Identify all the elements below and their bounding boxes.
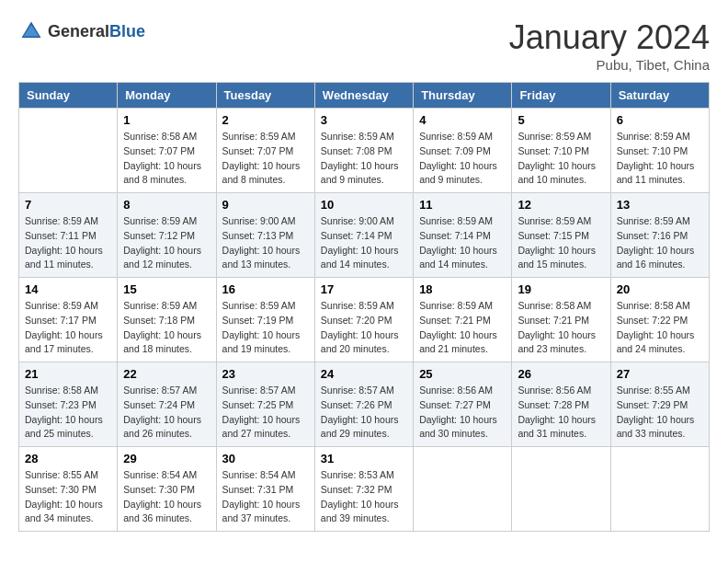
day-number: 19 <box>518 282 604 296</box>
day-number: 20 <box>617 282 703 296</box>
calendar-cell: 6Sunrise: 8:59 AM Sunset: 7:10 PM Daylig… <box>610 109 709 193</box>
day-number: 1 <box>123 113 210 127</box>
day-number: 10 <box>321 198 407 212</box>
day-number: 17 <box>321 282 407 296</box>
calendar-cell: 28Sunrise: 8:55 AM Sunset: 7:30 PM Dayli… <box>19 447 118 532</box>
calendar-table: SundayMondayTuesdayWednesdayThursdayFrid… <box>18 82 710 532</box>
calendar-week-4: 21Sunrise: 8:58 AM Sunset: 7:23 PM Dayli… <box>19 362 710 447</box>
day-info: Sunrise: 8:59 AM Sunset: 7:17 PM Dayligh… <box>25 299 111 357</box>
day-number: 8 <box>123 198 210 212</box>
calendar-cell: 14Sunrise: 8:59 AM Sunset: 7:17 PM Dayli… <box>19 278 118 362</box>
day-info: Sunrise: 8:57 AM Sunset: 7:26 PM Dayligh… <box>321 384 407 442</box>
day-number: 14 <box>25 282 111 296</box>
day-number: 18 <box>419 282 506 296</box>
day-info: Sunrise: 8:59 AM Sunset: 7:14 PM Dayligh… <box>419 214 506 272</box>
day-info: Sunrise: 9:00 AM Sunset: 7:14 PM Dayligh… <box>321 214 407 272</box>
weekday-header-thursday: Thursday <box>414 83 512 109</box>
day-info: Sunrise: 8:54 AM Sunset: 7:31 PM Dayligh… <box>222 468 309 526</box>
day-info: Sunrise: 8:59 AM Sunset: 7:10 PM Dayligh… <box>518 130 604 188</box>
day-number: 3 <box>321 113 407 127</box>
logo: GeneralBlue <box>18 18 145 44</box>
calendar-cell: 9Sunrise: 9:00 AM Sunset: 7:13 PM Daylig… <box>216 193 314 278</box>
day-info: Sunrise: 8:54 AM Sunset: 7:30 PM Dayligh… <box>123 468 210 526</box>
day-number: 28 <box>25 452 111 465</box>
calendar-week-2: 7Sunrise: 8:59 AM Sunset: 7:11 PM Daylig… <box>19 193 710 278</box>
calendar-cell: 4Sunrise: 8:59 AM Sunset: 7:09 PM Daylig… <box>414 109 512 193</box>
day-info: Sunrise: 8:55 AM Sunset: 7:29 PM Dayligh… <box>617 384 703 442</box>
day-info: Sunrise: 8:59 AM Sunset: 7:07 PM Dayligh… <box>222 130 309 188</box>
day-number: 11 <box>419 198 506 212</box>
day-info: Sunrise: 8:58 AM Sunset: 7:23 PM Dayligh… <box>25 384 111 442</box>
day-number: 23 <box>222 367 309 381</box>
day-number: 9 <box>222 198 309 212</box>
calendar-cell: 3Sunrise: 8:59 AM Sunset: 7:08 PM Daylig… <box>314 109 413 193</box>
calendar-cell: 1Sunrise: 8:58 AM Sunset: 7:07 PM Daylig… <box>118 109 216 193</box>
day-number: 25 <box>419 367 506 381</box>
day-number: 12 <box>518 198 604 212</box>
calendar-cell: 21Sunrise: 8:58 AM Sunset: 7:23 PM Dayli… <box>19 362 118 447</box>
weekday-header-monday: Monday <box>118 83 216 109</box>
calendar-cell: 19Sunrise: 8:58 AM Sunset: 7:21 PM Dayli… <box>512 278 610 362</box>
calendar-cell <box>414 447 512 532</box>
calendar-cell <box>19 109 118 193</box>
calendar-cell: 16Sunrise: 8:59 AM Sunset: 7:19 PM Dayli… <box>216 278 314 362</box>
calendar-cell <box>610 447 709 532</box>
day-number: 13 <box>617 198 703 212</box>
calendar-cell: 27Sunrise: 8:55 AM Sunset: 7:29 PM Dayli… <box>610 362 709 447</box>
day-info: Sunrise: 8:57 AM Sunset: 7:24 PM Dayligh… <box>123 384 210 442</box>
day-info: Sunrise: 8:59 AM Sunset: 7:18 PM Dayligh… <box>123 299 210 357</box>
day-number: 6 <box>617 113 703 127</box>
day-info: Sunrise: 8:59 AM Sunset: 7:15 PM Dayligh… <box>518 214 604 272</box>
calendar-week-5: 28Sunrise: 8:55 AM Sunset: 7:30 PM Dayli… <box>19 447 710 532</box>
day-number: 5 <box>518 113 604 127</box>
calendar-cell <box>512 447 610 532</box>
calendar-cell: 22Sunrise: 8:57 AM Sunset: 7:24 PM Dayli… <box>118 362 216 447</box>
day-info: Sunrise: 8:59 AM Sunset: 7:10 PM Dayligh… <box>617 130 703 188</box>
day-info: Sunrise: 8:56 AM Sunset: 7:28 PM Dayligh… <box>518 384 604 442</box>
title-block: January 2024 Pubu, Tibet, China <box>509 18 710 73</box>
calendar-cell: 30Sunrise: 8:54 AM Sunset: 7:31 PM Dayli… <box>216 447 314 532</box>
day-number: 21 <box>25 367 111 381</box>
weekday-header-wednesday: Wednesday <box>314 83 413 109</box>
calendar-cell: 20Sunrise: 8:58 AM Sunset: 7:22 PM Dayli… <box>610 278 709 362</box>
day-info: Sunrise: 8:58 AM Sunset: 7:22 PM Dayligh… <box>617 299 703 357</box>
day-info: Sunrise: 8:59 AM Sunset: 7:08 PM Dayligh… <box>321 130 407 188</box>
calendar-cell: 8Sunrise: 8:59 AM Sunset: 7:12 PM Daylig… <box>118 193 216 278</box>
day-number: 7 <box>25 198 111 212</box>
day-info: Sunrise: 8:55 AM Sunset: 7:30 PM Dayligh… <box>25 468 111 526</box>
calendar-week-3: 14Sunrise: 8:59 AM Sunset: 7:17 PM Dayli… <box>19 278 710 362</box>
day-info: Sunrise: 8:59 AM Sunset: 7:19 PM Dayligh… <box>222 299 309 357</box>
calendar-cell: 18Sunrise: 8:59 AM Sunset: 7:21 PM Dayli… <box>414 278 512 362</box>
calendar-cell: 29Sunrise: 8:54 AM Sunset: 7:30 PM Dayli… <box>118 447 216 532</box>
day-info: Sunrise: 8:56 AM Sunset: 7:27 PM Dayligh… <box>419 384 506 442</box>
day-number: 16 <box>222 282 309 296</box>
calendar-cell: 31Sunrise: 8:53 AM Sunset: 7:32 PM Dayli… <box>314 447 413 532</box>
day-info: Sunrise: 8:59 AM Sunset: 7:12 PM Dayligh… <box>123 214 210 272</box>
calendar-cell: 2Sunrise: 8:59 AM Sunset: 7:07 PM Daylig… <box>216 109 314 193</box>
day-info: Sunrise: 9:00 AM Sunset: 7:13 PM Dayligh… <box>222 214 309 272</box>
calendar-cell: 15Sunrise: 8:59 AM Sunset: 7:18 PM Dayli… <box>118 278 216 362</box>
calendar-cell: 12Sunrise: 8:59 AM Sunset: 7:15 PM Dayli… <box>512 193 610 278</box>
calendar-cell: 23Sunrise: 8:57 AM Sunset: 7:25 PM Dayli… <box>216 362 314 447</box>
day-info: Sunrise: 8:59 AM Sunset: 7:20 PM Dayligh… <box>321 299 407 357</box>
weekday-header-sunday: Sunday <box>19 83 118 109</box>
weekday-header-friday: Friday <box>512 83 610 109</box>
location-subtitle: Pubu, Tibet, China <box>509 57 710 73</box>
calendar-cell: 25Sunrise: 8:56 AM Sunset: 7:27 PM Dayli… <box>414 362 512 447</box>
logo-text-general: General <box>48 22 109 40</box>
day-number: 4 <box>419 113 506 127</box>
calendar-cell: 11Sunrise: 8:59 AM Sunset: 7:14 PM Dayli… <box>414 193 512 278</box>
month-title: January 2024 <box>509 18 710 57</box>
calendar-cell: 17Sunrise: 8:59 AM Sunset: 7:20 PM Dayli… <box>314 278 413 362</box>
calendar-week-1: 1Sunrise: 8:58 AM Sunset: 7:07 PM Daylig… <box>19 109 710 193</box>
day-number: 24 <box>321 367 407 381</box>
logo-text-blue: Blue <box>109 22 145 40</box>
day-number: 26 <box>518 367 604 381</box>
day-number: 29 <box>123 452 210 465</box>
calendar-cell: 5Sunrise: 8:59 AM Sunset: 7:10 PM Daylig… <box>512 109 610 193</box>
weekday-header-saturday: Saturday <box>610 83 709 109</box>
day-number: 31 <box>321 452 407 465</box>
weekday-header-tuesday: Tuesday <box>216 83 314 109</box>
calendar-cell: 24Sunrise: 8:57 AM Sunset: 7:26 PM Dayli… <box>314 362 413 447</box>
day-number: 27 <box>617 367 703 381</box>
